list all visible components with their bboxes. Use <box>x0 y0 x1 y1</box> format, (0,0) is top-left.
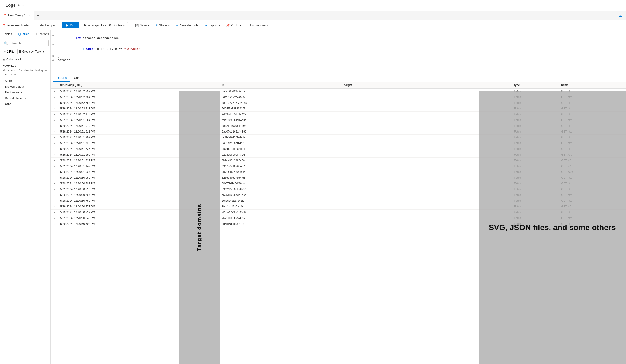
export-button[interactable]: → Export ▾ <box>202 22 222 28</box>
row-expand-button[interactable]: › <box>53 113 56 116</box>
filter-button[interactable]: ▽ 1 Filter <box>2 49 17 54</box>
code-editor[interactable]: 1 let dataset=dependencies 2 | where cli… <box>51 30 626 67</box>
nav-item-browsing-data[interactable]: › Browsing data <box>0 84 50 89</box>
table-row[interactable]: › 5/29/2024, 12:20:51.729 PM 6a91db958cf… <box>51 140 626 146</box>
expand-cell[interactable]: › <box>51 88 58 94</box>
row-expand-button[interactable]: › <box>53 171 56 173</box>
tab-close-icon[interactable]: ✕ <box>29 14 31 17</box>
expand-cell[interactable]: › <box>51 129 58 135</box>
run-button[interactable]: ▶ Run <box>62 22 79 28</box>
table-row[interactable]: › 5/29/2024, 12:20:50.777 PM 8f4c1cc26c0… <box>51 204 626 209</box>
time-range-button[interactable]: Time range : Last 30 minutes ▾ <box>81 22 128 28</box>
expand-cell[interactable]: › <box>51 146 58 152</box>
group-by-button[interactable]: ☰ Group by: Topic ▾ <box>19 50 44 53</box>
row-expand-button[interactable]: › <box>53 107 56 110</box>
table-row[interactable]: › 5/29/2024, 12:20:50.789 PM 19fe6c4cae7… <box>51 198 626 204</box>
expand-cell[interactable]: › <box>51 192 58 198</box>
nav-item-alerts[interactable]: › Alerts <box>0 78 50 84</box>
row-expand-button[interactable]: › <box>53 119 56 121</box>
expand-cell[interactable]: › <box>51 117 58 123</box>
expand-cell[interactable]: › <box>51 152 58 158</box>
format-query-button[interactable]: ≡ Format query <box>245 22 270 28</box>
row-expand-button[interactable]: › <box>53 130 56 133</box>
table-row[interactable]: › 5/29/2024, 12:20:52.784 PM 8dfa76e0efc… <box>51 94 626 100</box>
table-row[interactable]: › 5/29/2024, 12:20:51.147 PM 091776d1070… <box>51 163 626 169</box>
expand-cell[interactable]: › <box>51 215 58 221</box>
table-row[interactable]: › 5/29/2024, 12:20:51.590 PM 0278aeeb0ef… <box>51 152 626 158</box>
table-row[interactable]: › 5/29/2024, 12:20:51.024 PM 9b71f287789… <box>51 169 626 175</box>
table-row[interactable]: › 5/29/2024, 12:20:51.726 PM 2f6eb019bfe… <box>51 146 626 152</box>
row-expand-button[interactable]: › <box>53 188 56 191</box>
row-expand-button[interactable]: › <box>53 159 56 162</box>
results-table-container[interactable]: timestamp [UTC] ↕ id target type <box>51 82 626 364</box>
table-row[interactable]: › 5/29/2024, 12:20:51.910 PM d8d2c1e0098… <box>51 123 626 129</box>
collapse-all-button[interactable]: ⊟ Collapse all <box>0 56 50 62</box>
row-expand-button[interactable]: › <box>53 217 56 219</box>
row-expand-button[interactable]: › <box>53 154 56 156</box>
expand-cell[interactable]: › <box>51 181 58 187</box>
table-row[interactable]: › 5/29/2024, 12:20:51.911 PM 9ae07e11622… <box>51 129 626 135</box>
table-row[interactable]: › 5/29/2024, 12:20:52.178 PM 9403dd7c2d7… <box>51 112 626 117</box>
table-row[interactable]: › 5/29/2024, 12:20:50.794 PM d595e8368dd… <box>51 192 626 198</box>
expand-cell[interactable]: › <box>51 158 58 163</box>
expand-cell[interactable]: › <box>51 112 58 117</box>
new-tab-button[interactable]: + <box>34 14 42 18</box>
expand-cell[interactable]: › <box>51 140 58 146</box>
col-id[interactable]: id <box>220 82 342 88</box>
table-row[interactable]: › 5/29/2024, 12:20:51.909 PM bc1b44941f3… <box>51 135 626 140</box>
table-row[interactable]: › 5/29/2024, 12:20:50.645 PM 262100e8f5c… <box>51 215 626 221</box>
row-expand-button[interactable]: › <box>53 102 56 104</box>
row-expand-button[interactable]: › <box>53 165 56 168</box>
table-row[interactable]: › 5/29/2024, 12:20:52.783 PM e811773776 … <box>51 100 626 106</box>
table-row[interactable]: › 5/29/2024, 12:20:51.332 PM 8b9ca901398… <box>51 158 626 163</box>
table-row[interactable]: › 5/29/2024, 12:20:50.796 PM 599293de85f… <box>51 187 626 192</box>
table-row[interactable]: › 5/29/2024, 12:20:52.792 PM ba4c56dd634… <box>51 88 626 94</box>
table-row[interactable]: › 5/29/2024, 12:20:50.959 PM 526ce4bc076… <box>51 175 626 181</box>
favorite-star-icon[interactable]: ★ <box>17 4 20 7</box>
expand-cell[interactable]: › <box>51 204 58 209</box>
table-row[interactable]: › 5/29/2024, 12:20:50.799 PM 0f0071d1c06… <box>51 181 626 187</box>
share-button[interactable]: ↗ Share ▾ <box>153 22 172 28</box>
table-row[interactable]: › 5/29/2024, 12:20:52.713 PM 7024f2a7882… <box>51 106 626 112</box>
expand-cell[interactable]: › <box>51 123 58 129</box>
row-expand-button[interactable]: › <box>53 223 56 225</box>
results-tab-chart[interactable]: Chart <box>70 74 85 82</box>
row-expand-button[interactable]: › <box>53 200 56 202</box>
row-expand-button[interactable]: › <box>53 148 56 150</box>
more-icon[interactable]: ··· <box>21 4 24 7</box>
save-button[interactable]: 💾 Save ▾ <box>133 22 152 28</box>
expand-cell[interactable]: › <box>51 221 58 227</box>
pin-to-button[interactable]: 📌 Pin to ▾ <box>224 22 243 28</box>
tab-functions[interactable]: Functions <box>33 30 51 38</box>
table-row[interactable]: › 5/29/2024, 12:20:50.608 PM dd4bf5a0db3… <box>51 221 626 227</box>
table-row[interactable]: › 5/29/2024, 12:20:50.722 PM 7f1da4723b6… <box>51 209 626 215</box>
row-expand-button[interactable]: › <box>53 90 56 93</box>
row-expand-button[interactable]: › <box>53 142 56 145</box>
query-tab[interactable]: 📍 New Query 1* ✕ <box>0 11 34 20</box>
expand-cell[interactable]: › <box>51 187 58 192</box>
nav-item-other[interactable]: › Other <box>0 101 50 107</box>
new-alert-rule-button[interactable]: ＋ New alert rule <box>173 22 201 29</box>
nav-item-performance[interactable]: › Performance <box>0 89 50 95</box>
expand-cell[interactable]: › <box>51 198 58 204</box>
col-target[interactable]: target <box>342 82 512 88</box>
row-expand-button[interactable]: › <box>53 182 56 185</box>
tab-queries[interactable]: Queries <box>15 30 33 38</box>
row-expand-button[interactable]: › <box>53 136 56 139</box>
table-row[interactable]: › 5/29/2024, 12:20:51.964 PM b9a138d2619… <box>51 117 626 123</box>
expand-cell[interactable]: › <box>51 135 58 140</box>
expand-cell[interactable]: › <box>51 163 58 169</box>
expand-cell[interactable]: › <box>51 175 58 181</box>
search-input[interactable] <box>9 40 51 46</box>
row-expand-button[interactable]: › <box>53 205 56 208</box>
col-timestamp[interactable]: timestamp [UTC] ↕ <box>58 82 219 88</box>
select-scope-button[interactable]: Select scope <box>35 22 57 28</box>
expand-cell[interactable]: › <box>51 106 58 112</box>
expand-cell[interactable]: › <box>51 169 58 175</box>
col-type[interactable]: type <box>512 82 559 88</box>
row-expand-button[interactable]: › <box>53 211 56 214</box>
results-tab-results[interactable]: Results <box>53 74 70 82</box>
expand-cell[interactable]: › <box>51 100 58 106</box>
expand-cell[interactable]: › <box>51 94 58 100</box>
row-expand-button[interactable]: › <box>53 177 56 179</box>
